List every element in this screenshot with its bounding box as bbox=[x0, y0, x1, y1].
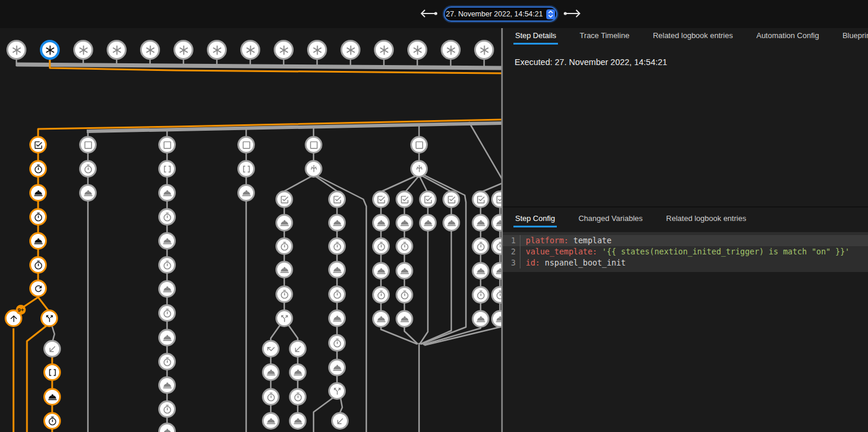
timer-node[interactable] bbox=[372, 286, 390, 304]
room-service-node[interactable] bbox=[158, 184, 176, 202]
tab-changed-variables[interactable]: Changed Variables bbox=[577, 211, 645, 227]
timer-node[interactable] bbox=[158, 304, 176, 322]
asterisk-node[interactable] bbox=[441, 40, 461, 60]
room-service-node[interactable] bbox=[237, 184, 255, 202]
room-service-node[interactable] bbox=[275, 214, 293, 232]
room-service-node[interactable] bbox=[372, 310, 390, 328]
timer-node[interactable] bbox=[472, 286, 489, 304]
room-service-node[interactable] bbox=[158, 232, 176, 250]
room-service-node[interactable] bbox=[442, 214, 460, 232]
timer-node[interactable] bbox=[29, 208, 47, 226]
room-service-node[interactable] bbox=[328, 359, 346, 376]
timer-node[interactable] bbox=[262, 388, 280, 406]
asterisk-node[interactable] bbox=[274, 40, 294, 60]
tab-trace-timeline[interactable]: Trace Timeline bbox=[578, 28, 631, 45]
timer-node[interactable] bbox=[29, 256, 47, 274]
checkbox-blank-node[interactable] bbox=[305, 136, 322, 154]
room-service-node[interactable] bbox=[396, 214, 413, 232]
checkbox-blank-node[interactable] bbox=[410, 136, 428, 154]
arrow-bottom-left-node[interactable] bbox=[331, 412, 349, 430]
checkbox-marked-node[interactable] bbox=[472, 191, 489, 208]
timer-node[interactable] bbox=[158, 400, 176, 418]
call-missed-node[interactable] bbox=[262, 340, 280, 358]
room-service-node[interactable] bbox=[328, 214, 346, 232]
checkbox-blank-node[interactable] bbox=[158, 136, 176, 154]
code-brackets-node[interactable] bbox=[158, 160, 176, 178]
timer-node[interactable] bbox=[472, 237, 489, 255]
timer-node[interactable] bbox=[328, 285, 346, 303]
call-split-node[interactable] bbox=[328, 382, 346, 400]
tab-blueprint-config[interactable]: Blueprint Config bbox=[840, 28, 868, 45]
trace-graph-pane[interactable]: 9+ bbox=[0, 28, 502, 432]
trace-run-select[interactable]: 27. November 2022, 14:54:21 bbox=[444, 6, 557, 22]
arrow-decision-node[interactable] bbox=[410, 160, 428, 178]
timer-node[interactable] bbox=[275, 237, 293, 255]
asterisk-node[interactable] bbox=[6, 40, 26, 60]
arrow-bottom-left-node[interactable] bbox=[289, 340, 307, 358]
call-split-node[interactable] bbox=[275, 309, 293, 327]
room-service-node[interactable] bbox=[29, 184, 47, 202]
timer-node[interactable] bbox=[289, 388, 307, 406]
room-service-node[interactable] bbox=[472, 310, 489, 328]
refresh-node[interactable] bbox=[29, 280, 47, 297]
room-service-node[interactable] bbox=[372, 214, 390, 232]
asterisk-node[interactable] bbox=[307, 40, 327, 60]
room-service-node[interactable] bbox=[79, 184, 97, 202]
room-service-node[interactable] bbox=[328, 309, 346, 327]
checkbox-marked-node[interactable] bbox=[328, 191, 346, 208]
room-service-node[interactable] bbox=[158, 376, 176, 394]
checkbox-marked-node[interactable] bbox=[372, 191, 390, 208]
room-service-node[interactable] bbox=[43, 388, 61, 406]
room-service-node[interactable] bbox=[275, 261, 293, 278]
previous-run-button[interactable] bbox=[418, 7, 440, 21]
room-service-node[interactable] bbox=[419, 214, 437, 232]
asterisk-node[interactable] bbox=[173, 40, 193, 60]
asterisk-node[interactable] bbox=[407, 40, 427, 60]
timer-node[interactable] bbox=[29, 160, 47, 178]
timer-node[interactable] bbox=[158, 353, 176, 370]
timer-node[interactable] bbox=[328, 334, 346, 352]
timer-node[interactable] bbox=[158, 256, 176, 274]
room-service-node[interactable] bbox=[396, 262, 413, 280]
tab-related-logbook-entries[interactable]: Related logbook entries bbox=[651, 28, 735, 45]
asterisk-node[interactable] bbox=[107, 40, 127, 60]
arrow-decision-node[interactable] bbox=[305, 160, 322, 178]
room-service-node[interactable] bbox=[29, 232, 47, 250]
asterisk-node[interactable] bbox=[474, 40, 494, 60]
tab-config-related-logbook-entries[interactable]: Related logbook entries bbox=[665, 211, 748, 227]
timer-node[interactable] bbox=[79, 160, 97, 178]
call-split-node[interactable] bbox=[40, 309, 58, 327]
room-service-node[interactable] bbox=[158, 329, 176, 346]
checkbox-marked-node[interactable] bbox=[275, 191, 293, 208]
timer-node[interactable] bbox=[328, 237, 346, 255]
asterisk-node[interactable] bbox=[140, 40, 160, 60]
checkbox-marked-node[interactable] bbox=[419, 191, 437, 208]
checkbox-blank-node[interactable] bbox=[237, 136, 255, 154]
checkbox-marked-node[interactable] bbox=[29, 136, 47, 154]
room-service-node[interactable] bbox=[289, 363, 307, 381]
code-brackets-node[interactable] bbox=[43, 363, 61, 381]
room-service-node[interactable] bbox=[158, 280, 176, 298]
timer-node[interactable] bbox=[43, 412, 61, 430]
asterisk-node[interactable] bbox=[341, 40, 360, 60]
tab-step-details[interactable]: Step Details bbox=[513, 28, 558, 45]
room-service-node[interactable] bbox=[262, 412, 280, 430]
room-service-node[interactable] bbox=[396, 310, 413, 328]
room-service-node[interactable] bbox=[262, 363, 280, 381]
room-service-node[interactable] bbox=[328, 261, 346, 278]
asterisk-node[interactable] bbox=[240, 40, 260, 60]
room-service-node[interactable] bbox=[472, 262, 489, 280]
room-service-node[interactable] bbox=[372, 262, 390, 280]
next-run-button[interactable] bbox=[561, 7, 583, 21]
asterisk-node[interactable] bbox=[374, 40, 394, 60]
code-brackets-node[interactable] bbox=[237, 160, 255, 178]
room-service-node[interactable] bbox=[472, 214, 489, 232]
room-service-node[interactable] bbox=[289, 412, 307, 430]
tab-step-config[interactable]: Step Config bbox=[513, 211, 557, 227]
asterisk-node[interactable] bbox=[73, 40, 93, 60]
asterisk-node[interactable] bbox=[207, 40, 227, 60]
timer-node[interactable] bbox=[396, 286, 413, 304]
timer-node[interactable] bbox=[372, 237, 390, 255]
checkbox-blank-node[interactable] bbox=[79, 136, 97, 154]
checkbox-marked-node[interactable] bbox=[442, 191, 460, 208]
